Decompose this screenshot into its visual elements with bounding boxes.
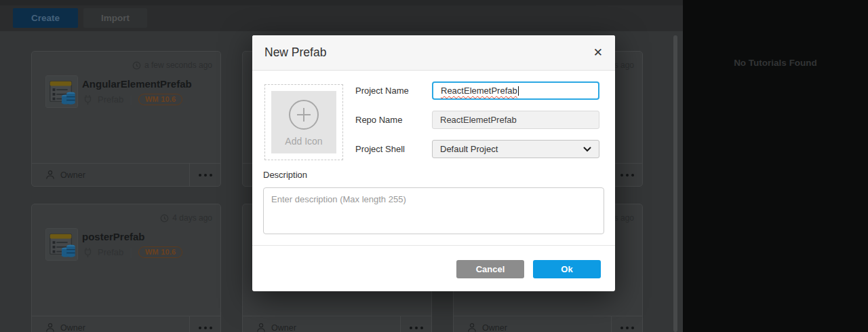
clock-icon (132, 61, 141, 70)
prefab-card[interactable]: a few seconds ago AngularElementPrefab P… (31, 51, 221, 187)
close-icon[interactable]: ✕ (593, 47, 603, 58)
person-icon (467, 322, 477, 332)
tutorials-panel: No Tutorials Found (683, 0, 868, 332)
plug-icon (84, 94, 92, 105)
repo-name-label: Repo Name (355, 111, 430, 129)
card-owner: Owner (454, 316, 611, 332)
app-screen: Create Import a few seconds ago (0, 0, 868, 332)
import-button[interactable]: Import (83, 8, 147, 28)
new-prefab-dialog: New Prefab ✕ Add Icon Project Name React… (252, 35, 615, 291)
card-type: Prefab (98, 247, 123, 257)
tutorials-empty-message: No Tutorials Found (683, 0, 868, 68)
card-footer: Owner (454, 316, 642, 332)
project-shell-label: Project Shell (355, 140, 430, 158)
meta-separator: | (130, 94, 132, 105)
project-shell-select[interactable]: Default Project (432, 140, 599, 158)
card-owner: Owner (32, 316, 189, 332)
repo-name-input: ReactElemetPrefab (432, 111, 599, 129)
project-name-input[interactable]: ReactElemetPrefab (432, 81, 599, 100)
create-button[interactable]: Create (13, 8, 78, 28)
card-footer: Owner (243, 316, 431, 332)
card-title: AngularElementPrefab (82, 78, 192, 90)
version-badge: WM 10.6 (138, 94, 182, 105)
project-name-value: ReactElemetPrefab (441, 86, 517, 96)
cancel-button[interactable]: Cancel (456, 260, 524, 278)
plus-circle-icon (288, 98, 320, 131)
card-title: posterPrefab (82, 231, 145, 242)
vertical-scrollbar[interactable] (673, 35, 677, 332)
card-meta: Prefab | WM 10.6 (84, 94, 182, 105)
person-icon (45, 322, 55, 332)
clock-icon (160, 214, 169, 223)
card-meta: Prefab | WM 10.6 (84, 246, 182, 258)
dialog-title: New Prefab (264, 45, 326, 60)
repo-name-value: ReactElemetPrefab (440, 115, 517, 125)
chevron-down-icon (583, 147, 591, 152)
project-shell-value: Default Project (440, 144, 498, 154)
card-menu-button[interactable] (611, 316, 642, 332)
card-footer: Owner (32, 163, 220, 186)
description-label: Description (263, 170, 307, 180)
card-menu-button[interactable] (400, 316, 431, 332)
plug-icon (84, 247, 92, 258)
ellipsis-icon (199, 174, 201, 177)
card-timestamp: a few seconds ago (132, 60, 212, 70)
person-icon (256, 322, 266, 332)
add-icon-label: Add Icon (285, 136, 322, 147)
meta-separator: | (130, 247, 132, 258)
description-textarea[interactable] (263, 187, 604, 234)
text-caret (518, 86, 519, 96)
card-menu-button[interactable] (189, 164, 220, 186)
card-owner: Owner (243, 316, 400, 332)
prefab-card[interactable]: 4 days ago posterPrefab Prefab | (31, 204, 221, 332)
card-menu-button[interactable] (611, 164, 642, 186)
add-icon-dropzone[interactable]: Add Icon (264, 84, 343, 160)
card-owner: Owner (32, 164, 189, 186)
ok-button[interactable]: Ok (533, 260, 601, 278)
dialog-footer: Cancel Ok (252, 245, 615, 291)
card-type: Prefab (98, 94, 123, 105)
card-footer: Owner (32, 316, 220, 332)
prefab-icon (45, 228, 78, 261)
person-icon (45, 170, 55, 180)
top-toolbar: Create Import (0, 0, 683, 31)
card-timestamp: 4 days ago (160, 213, 212, 223)
prefab-icon (45, 75, 78, 108)
card-menu-button[interactable] (189, 316, 220, 332)
project-name-label: Project Name (355, 81, 430, 100)
dialog-header: New Prefab ✕ (252, 35, 615, 71)
ellipsis-icon (199, 327, 201, 329)
version-badge: WM 10.6 (138, 246, 182, 258)
